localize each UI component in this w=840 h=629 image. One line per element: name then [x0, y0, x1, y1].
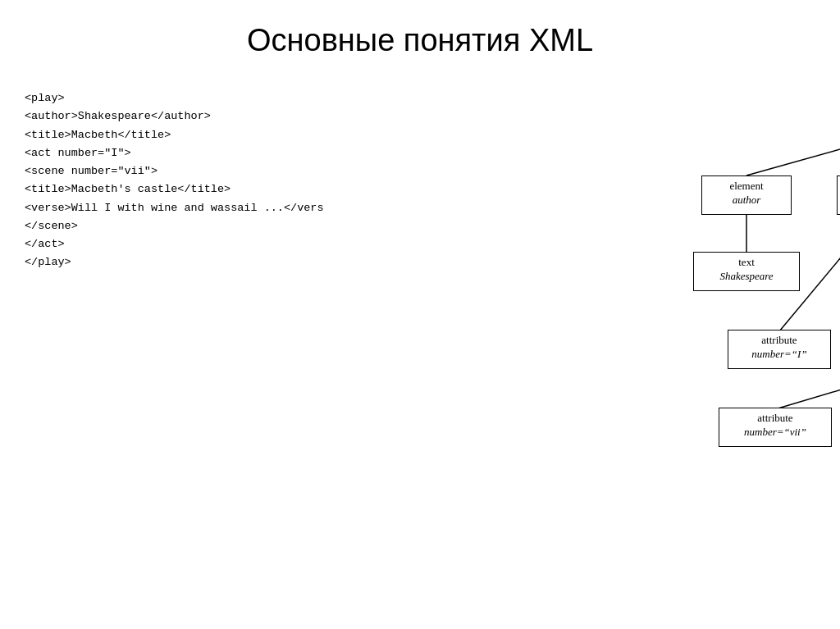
node-text-shakespeare: text Shakespeare	[693, 252, 800, 291]
node-attr-vii: attribute number=“vii”	[719, 408, 832, 447]
svg-line-0	[746, 135, 840, 175]
node-author: element author	[701, 175, 792, 215]
svg-line-7	[775, 369, 840, 409]
node-attr-I: attribute number=“I”	[728, 330, 831, 369]
page-title: Основные понятия XML	[0, 0, 840, 73]
node-act: element act	[837, 175, 840, 215]
tree-diagram: root element play element author element…	[328, 81, 840, 606]
xml-code-block: <play><author>Shakespeare</author><title…	[25, 81, 328, 606]
